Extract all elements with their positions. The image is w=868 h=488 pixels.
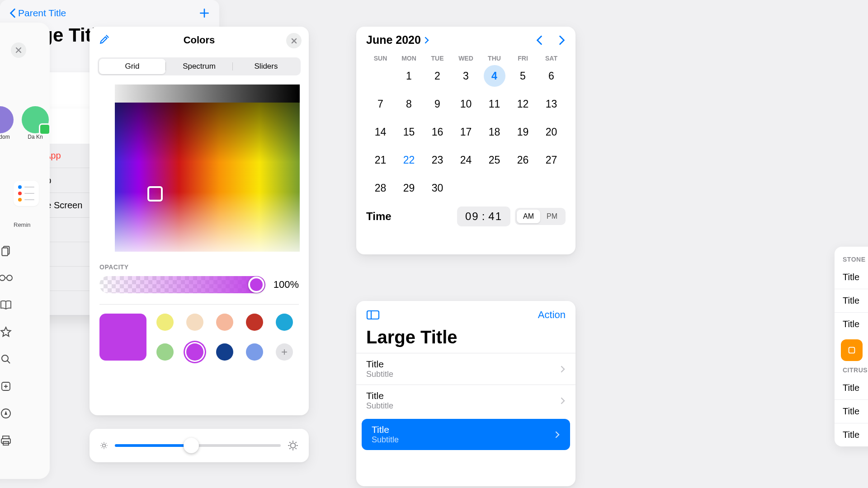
sidebar-toggle-icon[interactable]: [366, 310, 380, 320]
close-button[interactable]: [11, 42, 26, 58]
day-of-week: TUE: [423, 55, 452, 62]
eyedropper-icon[interactable]: [99, 33, 110, 45]
tab-grid[interactable]: Grid: [99, 59, 165, 74]
list-item[interactable]: Title: [835, 266, 868, 289]
calendar-day[interactable]: 9: [423, 90, 452, 118]
color-cursor[interactable]: [147, 186, 163, 202]
large-title-list-panel: Action Large Title TitleSubtitleTitleSub…: [356, 301, 576, 486]
svg-point-11: [291, 443, 296, 448]
color-picker-panel: Colors Grid Spectrum Sliders OPACITY 100…: [90, 27, 309, 415]
svg-rect-12: [367, 311, 379, 319]
list-item[interactable]: Title: [835, 289, 868, 312]
prev-month-icon[interactable]: [536, 35, 543, 46]
calendar-day[interactable]: 22: [395, 146, 423, 174]
calendar-day[interactable]: 7: [366, 90, 395, 118]
selected-pill-icon[interactable]: [841, 339, 863, 361]
calendar-day[interactable]: 4: [480, 62, 509, 90]
month-label: June 2020: [366, 33, 421, 47]
month-chevron-icon[interactable]: [424, 36, 430, 44]
color-swatch[interactable]: [276, 314, 293, 331]
calendar-day[interactable]: 30: [423, 174, 452, 202]
opacity-thumb[interactable]: [248, 277, 264, 293]
calendar-day[interactable]: 16: [423, 118, 452, 146]
color-swatch[interactable]: [156, 343, 174, 361]
add-square-icon[interactable]: [0, 380, 13, 393]
color-swatch[interactable]: [216, 343, 233, 361]
svg-point-3: [7, 275, 12, 281]
calendar-day[interactable]: 24: [452, 146, 480, 174]
brightness-slider[interactable]: [115, 444, 281, 447]
calendar-day[interactable]: 20: [537, 118, 566, 146]
calendar-day[interactable]: 2: [423, 62, 452, 90]
contact-avatar[interactable]: am dom: [0, 106, 14, 140]
calendar-day[interactable]: 17: [452, 118, 480, 146]
calendar-day[interactable]: 26: [509, 146, 537, 174]
calendar-day[interactable]: 5: [509, 62, 537, 90]
calendar-day[interactable]: 3: [452, 62, 480, 90]
large-title: Large Title: [356, 321, 576, 353]
color-swatch[interactable]: [246, 314, 263, 331]
print-icon[interactable]: [0, 434, 13, 447]
calendar-day[interactable]: 18: [480, 118, 509, 146]
calendar-day[interactable]: 21: [366, 146, 395, 174]
calendar-day[interactable]: 1: [395, 62, 423, 90]
list-row[interactable]: TitleSubtitle: [362, 419, 570, 450]
color-mode-segmented[interactable]: Grid Spectrum Sliders: [98, 57, 301, 75]
calendar-day[interactable]: 8: [395, 90, 423, 118]
close-icon[interactable]: [286, 33, 302, 48]
docs-icon[interactable]: [0, 244, 13, 258]
reminders-app-icon[interactable]: [14, 181, 39, 206]
calendar-day[interactable]: 27: [537, 146, 566, 174]
color-swatch[interactable]: [156, 314, 174, 331]
calendar-day[interactable]: 12: [509, 90, 537, 118]
book-icon[interactable]: [0, 298, 13, 312]
color-swatch[interactable]: [186, 314, 203, 331]
action-button[interactable]: Action: [538, 309, 566, 321]
calendar-day[interactable]: 29: [395, 174, 423, 202]
color-swatch[interactable]: [216, 314, 233, 331]
calendar-day[interactable]: 19: [509, 118, 537, 146]
brightness-slider-panel: [90, 429, 309, 462]
marker-icon[interactable]: [0, 407, 13, 420]
list-item[interactable]: Title: [835, 312, 868, 336]
pm-option[interactable]: PM: [540, 210, 564, 223]
contact-avatar[interactable]: Da Kn: [22, 106, 49, 140]
list-item[interactable]: Title: [835, 376, 868, 399]
calendar-day[interactable]: 13: [537, 90, 566, 118]
date-picker-panel: June 2020 SUNMONTUEWEDTHUFRISAT 12345678…: [356, 27, 576, 254]
glasses-icon[interactable]: [0, 271, 13, 285]
opacity-slider[interactable]: [99, 276, 265, 293]
calendar-day[interactable]: 28: [366, 174, 395, 202]
color-swatch[interactable]: [186, 343, 203, 361]
ampm-segmented[interactable]: AM PM: [515, 208, 566, 225]
list-item[interactable]: Title: [835, 423, 868, 446]
color-grid[interactable]: [99, 84, 300, 252]
search-icon[interactable]: [0, 352, 13, 366]
svg-rect-19: [849, 347, 855, 353]
color-swatch[interactable]: [246, 343, 263, 361]
day-of-week: MON: [395, 55, 423, 62]
calendar-day[interactable]: 25: [480, 146, 509, 174]
star-icon[interactable]: [0, 325, 13, 339]
calendar-day[interactable]: 6: [537, 62, 566, 90]
time-label: Time: [366, 210, 392, 223]
tab-spectrum[interactable]: Spectrum: [166, 59, 232, 74]
calendar-day[interactable]: 10: [452, 90, 480, 118]
list-item[interactable]: Title: [835, 399, 868, 423]
calendar-day[interactable]: 15: [395, 118, 423, 146]
calendar-day[interactable]: 11: [480, 90, 509, 118]
svg-rect-7: [3, 436, 9, 439]
time-field[interactable]: 09:41: [457, 206, 510, 226]
day-of-week: THU: [480, 55, 509, 62]
calendar-day[interactable]: 14: [366, 118, 395, 146]
calendar-day[interactable]: 23: [423, 146, 452, 174]
back-button[interactable]: Parent Title: [9, 8, 66, 19]
add-icon[interactable]: [198, 7, 210, 19]
am-option[interactable]: AM: [517, 210, 540, 223]
add-swatch-button[interactable]: +: [276, 343, 293, 361]
next-month-icon[interactable]: [558, 35, 566, 46]
list-row[interactable]: TitleSubtitle: [356, 353, 576, 385]
brightness-thumb[interactable]: [184, 438, 199, 453]
tab-sliders[interactable]: Sliders: [233, 59, 299, 74]
list-row[interactable]: TitleSubtitle: [356, 385, 576, 416]
